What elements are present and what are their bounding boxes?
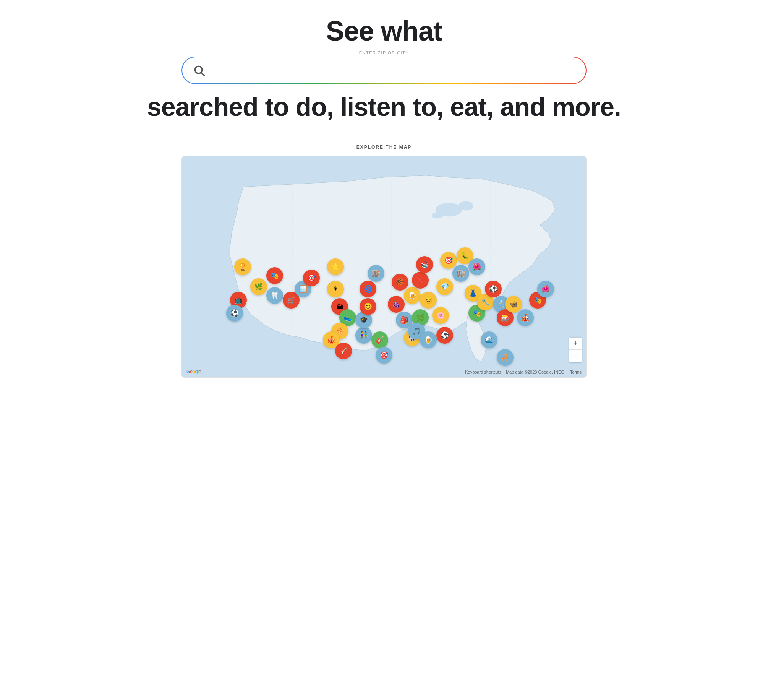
headline-bottom: searched to do, listen to, eat, and more… [147, 92, 621, 122]
map-pin-9[interactable]: 🌟 [327, 258, 344, 275]
map-pin-16[interactable]: 👫 [355, 327, 372, 344]
zoom-out-button[interactable]: − [569, 350, 582, 362]
map-pin-35[interactable]: 💎 [436, 278, 453, 295]
svg-line-1 [201, 73, 204, 75]
map-pin-23[interactable]: 🍇 [388, 296, 405, 313]
search-container: ENTER ZIP OR CITY [181, 50, 587, 84]
map-pin-29[interactable]: ❌ [412, 272, 429, 289]
map-pin-21[interactable]: 🎸 [371, 331, 388, 348]
map-pin-0[interactable]: 🏆 [234, 258, 251, 275]
map-pin-8[interactable]: 🎯 [303, 270, 320, 286]
map-pin-34[interactable]: 🌸 [432, 307, 449, 324]
map-data-attribution: Map data ©2023 Google, INEGI [506, 370, 565, 374]
map-pin-40[interactable]: 🌺 [468, 258, 485, 275]
map-pin-48[interactable]: 🎪 [517, 309, 534, 326]
headline-top: See what [326, 15, 442, 47]
map-pin-50[interactable]: 🌺 [537, 281, 554, 297]
map-pin-20[interactable]: 🏬 [368, 265, 384, 282]
map-pin-2[interactable]: 🌿 [250, 278, 267, 295]
map-pin-30[interactable]: 📚 [416, 256, 433, 273]
search-icon [193, 64, 205, 76]
map-footer-right: Keyboard shortcuts Map data ©2023 Google… [465, 370, 582, 374]
search-bar-wrapper [181, 57, 587, 84]
google-logo: Google [186, 369, 201, 374]
zoom-in-button[interactable]: + [569, 338, 582, 350]
map-pin-37[interactable]: ⚽ [436, 327, 453, 344]
map-pin-15[interactable]: 🎸 [335, 343, 352, 359]
search-label: ENTER ZIP OR CITY [181, 50, 587, 55]
map-container[interactable]: 🏆🎭🌿🦷📺⚽🛒🪟🎯🌟☀🏔👟🍕🎪🎸👫🎓😊🌀🏬🎸🎯🍇🏀🎒🎲🍺🌿❌📚🎵😊🍺🌸💎🎯⚽🏬🐛… [181, 156, 587, 378]
explore-label: EXPLORE THE MAP [356, 145, 412, 150]
map-pin-36[interactable]: 🎯 [440, 252, 457, 269]
map-pin-47[interactable]: 🦋 [505, 296, 522, 313]
map-pin-44[interactable]: ⚽ [485, 281, 502, 297]
map-pin-19[interactable]: 🌀 [360, 281, 376, 297]
map-pin-18[interactable]: 😊 [360, 298, 376, 315]
map-pin-22[interactable]: 🎯 [376, 347, 392, 364]
map-footer-left: Google [186, 369, 201, 374]
terms-link[interactable]: Terms [570, 370, 582, 374]
map-pin-33[interactable]: 🍺 [420, 331, 437, 348]
map-pin-38[interactable]: 🏬 [452, 265, 469, 282]
map-pin-51[interactable]: 🌊 [481, 331, 497, 348]
map-pin-27[interactable]: 🍺 [404, 287, 421, 304]
map-pin-24[interactable]: 🏀 [392, 274, 408, 291]
map-pin-1[interactable]: 🎭 [266, 267, 283, 284]
map-pin-52[interactable]: 🦂 [497, 349, 514, 366]
map-pin-32[interactable]: 😊 [420, 292, 437, 309]
keyboard-shortcuts-link[interactable]: Keyboard shortcuts [465, 370, 501, 374]
map-pin-10[interactable]: ☀ [327, 281, 344, 297]
zoom-controls: + − [569, 338, 582, 362]
map-pin-5[interactable]: ⚽ [226, 305, 243, 322]
search-input[interactable] [211, 65, 575, 75]
map-pin-3[interactable]: 🦷 [266, 287, 283, 304]
search-bar-inner [182, 57, 586, 83]
